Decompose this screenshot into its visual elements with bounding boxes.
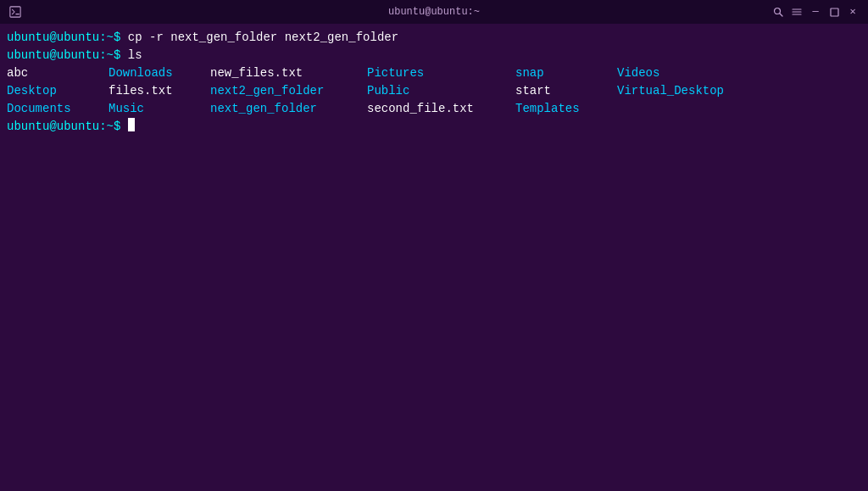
prompt-1: ubuntu@ubuntu:~$: [7, 29, 128, 47]
ls-item: Virtual_Desktop: [617, 82, 770, 100]
command-line-3: ubuntu@ubuntu:~$: [7, 118, 861, 136]
command-line-1: ubuntu@ubuntu:~$ cp -r next_gen_folder n…: [7, 29, 861, 47]
command-2: ls: [128, 47, 142, 64]
ls-item: start: [515, 82, 617, 100]
ls-item: second_file.txt: [367, 100, 515, 118]
command-1: cp -r next_gen_folder next2_gen_folder: [128, 29, 398, 47]
svg-point-2: [775, 8, 781, 14]
ls-item: abc: [7, 64, 108, 82]
svg-rect-7: [831, 8, 838, 16]
ls-item: snap: [515, 64, 617, 82]
title-bar: ubuntu@ubuntu:~ — ✕: [0, 0, 868, 24]
prompt-3: ubuntu@ubuntu:~$: [7, 118, 128, 136]
ls-output: abc Downloads new_files.txt Pictures sna…: [7, 64, 861, 118]
ls-item: Templates: [515, 100, 617, 118]
svg-rect-0: [10, 7, 20, 17]
ls-item: next_gen_folder: [210, 100, 367, 118]
maximize-button[interactable]: [827, 5, 841, 19]
terminal-window: ubuntu@ubuntu:~ — ✕: [0, 0, 868, 491]
window-title: ubuntu@ubuntu:~: [388, 6, 480, 18]
ls-item: new_files.txt: [210, 64, 367, 82]
ls-item: Pictures: [367, 64, 515, 82]
ls-item: files.txt: [108, 82, 210, 100]
ls-item: [617, 100, 770, 118]
terminal-icon: [8, 5, 22, 19]
ls-item: Documents: [7, 100, 108, 118]
ls-item: Music: [108, 100, 210, 118]
ls-item: Public: [367, 82, 515, 100]
ls-item: next2_gen_folder: [210, 82, 367, 100]
title-bar-left: [8, 5, 22, 19]
search-icon[interactable]: [771, 5, 785, 19]
prompt-2: ubuntu@ubuntu:~$: [7, 47, 128, 64]
svg-line-3: [780, 14, 782, 16]
minimize-button[interactable]: —: [809, 5, 822, 19]
command-line-2: ubuntu@ubuntu:~$ ls: [7, 47, 861, 64]
window-controls: — ✕: [771, 5, 860, 19]
terminal-content[interactable]: ubuntu@ubuntu:~$ cp -r next_gen_folder n…: [0, 24, 868, 491]
ls-item: Downloads: [108, 64, 210, 82]
menu-icon[interactable]: [790, 5, 804, 19]
close-button[interactable]: ✕: [846, 5, 860, 19]
ls-item: Videos: [617, 64, 770, 82]
cursor: [128, 118, 135, 131]
ls-item: Desktop: [7, 82, 108, 100]
